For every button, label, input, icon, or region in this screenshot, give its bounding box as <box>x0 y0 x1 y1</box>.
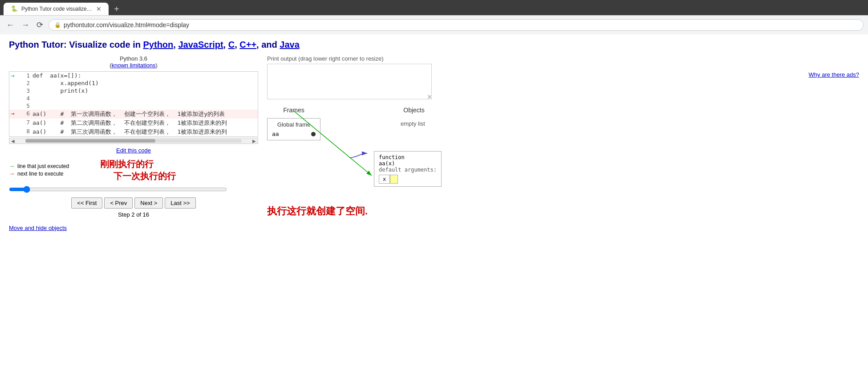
frames-objects-container: Frames Global frame aa Objects empty l <box>267 107 859 196</box>
no-arrow-7 <box>11 119 21 126</box>
step-slider[interactable] <box>9 186 227 193</box>
empty-list-label: empty list <box>401 120 425 127</box>
scroll-left-icon[interactable]: ◀ <box>9 139 16 144</box>
legend-red-row: → next line to execute <box>9 170 69 177</box>
step-info: Step 2 of 16 <box>9 211 258 218</box>
known-limitations-link[interactable]: known limitations <box>112 62 156 69</box>
page-content: Python Tutor: Visualize code in Python, … <box>0 34 868 237</box>
global-frame-title: Global frame <box>272 121 316 128</box>
prev-button[interactable]: < Prev <box>104 197 133 209</box>
code-line-8: 8 aa() # 第三次调用函数， 不在创建空列表， 1被添加进原来的列 <box>9 127 258 136</box>
c-link[interactable]: C <box>228 40 235 49</box>
no-arrow-2 <box>11 80 21 86</box>
no-arrow-8 <box>11 128 21 135</box>
annotation-right: 执行这行就创建了空间. <box>267 205 859 218</box>
active-tab[interactable]: 🐍 Python Tutor code visualizer: V ✕ <box>4 3 109 15</box>
lock-icon: 🔒 <box>54 22 61 28</box>
why-ads-link[interactable]: Why are there ads? <box>809 71 859 78</box>
default-arg-x-label: x <box>379 175 390 184</box>
language-label: Python 3.6 <box>120 55 147 62</box>
tab-title: Python Tutor code visualizer: V <box>21 6 93 12</box>
scrollbar-track <box>25 139 242 143</box>
tab-close-button[interactable]: ✕ <box>96 5 101 12</box>
code-header: Python 3.6 (known limitations) <box>9 55 258 69</box>
move-and-hide-link[interactable]: Move and hide objects <box>9 225 67 231</box>
java-link[interactable]: Java <box>280 40 300 49</box>
default-args-label: default arguments: <box>379 167 437 173</box>
tab-favicon: 🐍 <box>11 5 18 12</box>
python-link[interactable]: Python <box>143 40 174 49</box>
page-title: Python Tutor: Visualize code in Python, … <box>9 40 859 50</box>
back-button[interactable]: ← <box>4 19 16 32</box>
legend-green-arrow-icon: → <box>9 163 15 169</box>
cpp-link[interactable]: C++ <box>239 40 256 49</box>
first-button[interactable]: << First <box>71 197 102 209</box>
slider-row <box>9 186 258 193</box>
function-box: function aa(x) default arguments: x <box>374 151 442 187</box>
frames-section: Frames Global frame aa <box>267 107 320 196</box>
nav-bar: ← → ⟳ 🔒 pythontutor.com/visualize.html#m… <box>0 15 868 34</box>
edit-link: Edit this code <box>9 147 258 154</box>
code-line-3: 3 print(x) <box>9 87 258 94</box>
scroll-right-icon[interactable]: ▶ <box>251 139 258 144</box>
next-button[interactable]: Next > <box>134 197 163 209</box>
annotation-1: 刚刚执行的行 <box>100 158 176 170</box>
reload-button[interactable]: ⟳ <box>35 18 45 32</box>
frame-var-pointer[interactable] <box>311 132 316 136</box>
legend-red-label: next line to execute <box>17 171 63 177</box>
url-text: pythontutor.com/visualize.html#mode=disp… <box>64 21 189 29</box>
code-line-6: → 6 aa() # 第一次调用函数， 创建一个空列表， 1被添加进y的列表 <box>9 110 258 119</box>
empty-list-container: empty list <box>401 120 425 127</box>
forward-button[interactable]: → <box>20 19 31 32</box>
objects-section: Objects empty list function aa(x) defaul… <box>347 107 481 196</box>
red-arrow-icon: → <box>11 110 21 117</box>
objects-header: Objects <box>347 107 481 114</box>
green-arrow-icon: → <box>11 72 21 79</box>
viz-panel: Print output (drag lower right corner to… <box>267 55 859 231</box>
legend-green-label: line that just executed <box>17 163 69 169</box>
default-args-box: x <box>379 175 437 184</box>
scrollbar-thumb[interactable] <box>25 139 155 143</box>
legend: → line that just executed → next line to… <box>9 163 69 178</box>
no-arrow-4 <box>11 95 21 102</box>
print-output-box[interactable]: ↘ <box>267 64 432 99</box>
no-arrow-3 <box>11 87 21 94</box>
print-output-label: Print output (drag lower right corner to… <box>267 55 859 62</box>
code-line-2: 2 x.append(1) <box>9 79 258 87</box>
code-panel: Python 3.6 (known limitations) → 1 def a… <box>9 55 258 231</box>
tab-bar: 🐍 Python Tutor code visualizer: V ✕ + <box>0 0 868 15</box>
address-bar[interactable]: 🔒 pythontutor.com/visualize.html#mode=di… <box>49 19 864 31</box>
legend-green-row: → line that just executed <box>9 163 69 169</box>
default-arg-x-value <box>390 175 398 184</box>
code-line-5: 5 <box>9 102 258 110</box>
and-text: and <box>261 40 280 49</box>
code-line-4: 4 <box>9 94 258 102</box>
ad-area: Why are there ads? <box>809 71 859 78</box>
frame-var-row: aa <box>272 131 316 137</box>
global-frame-box: Global frame aa <box>267 118 320 140</box>
legend-red-arrow-icon: → <box>9 170 15 177</box>
move-hide-link: Move and hide objects <box>9 224 258 231</box>
annotation-2: 下一次执行的行 <box>114 170 176 182</box>
function-title-line1: function <box>379 154 437 160</box>
javascript-link[interactable]: JavaScript <box>178 40 223 49</box>
frame-var-name: aa <box>272 131 279 137</box>
code-line-1: → 1 def aa(x=[]): <box>9 72 258 79</box>
title-prefix: Python Tutor: Visualize code in <box>9 40 143 49</box>
code-line-7: 7 aa() # 第二次调用函数， 不在创建空列表， 1被添加进原来的列 <box>9 119 258 127</box>
main-layout: Python 3.6 (known limitations) → 1 def a… <box>9 55 859 231</box>
code-area: → 1 def aa(x=[]): 2 x.append(1) 3 print(… <box>9 71 258 137</box>
no-arrow-5 <box>11 102 21 109</box>
browser-chrome: 🐍 Python Tutor code visualizer: V ✕ + ← … <box>0 0 868 34</box>
horizontal-scrollbar[interactable]: ◀ ▶ <box>9 138 258 144</box>
nav-buttons: << First < Prev Next > Last >> <box>9 197 258 209</box>
resize-handle-icon[interactable]: ↘ <box>427 93 430 98</box>
frames-header: Frames <box>267 107 320 114</box>
last-button[interactable]: Last >> <box>165 197 195 209</box>
edit-this-code-link[interactable]: Edit this code <box>116 147 151 154</box>
new-tab-button[interactable]: + <box>110 4 123 14</box>
function-title-line2: aa(x) <box>379 160 437 167</box>
annotations: 刚刚执行的行 下一次执行的行 <box>87 158 176 182</box>
